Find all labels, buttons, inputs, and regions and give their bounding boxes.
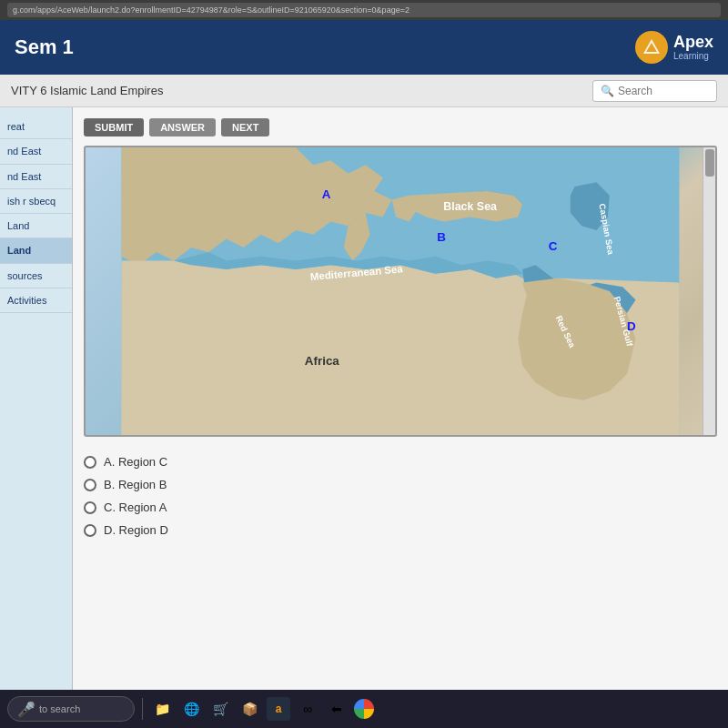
radio-b[interactable] — [84, 479, 96, 491]
apex-logo-text-block: Apex Learning — [673, 34, 713, 62]
sidebar-item-6[interactable]: sources — [0, 264, 72, 288]
taskbar-edge-icon[interactable]: 🌐 — [179, 697, 203, 721]
apex-name: Apex — [673, 33, 713, 51]
content-panel: SUBMIT ANSWER NEXT — [73, 107, 728, 693]
taskbar-search-text: to search — [39, 703, 80, 714]
answer-b-label: B. Region B — [104, 478, 167, 491]
sidebar-item-0[interactable]: reat — [0, 115, 72, 139]
taskbar-search[interactable]: 🎤 to search — [7, 696, 135, 722]
app-title: Sem 1 — [15, 35, 74, 59]
sidebar-item-7[interactable]: Activities — [0, 288, 72, 313]
taskbar-arrow-icon[interactable]: ⬅ — [325, 697, 349, 721]
taskbar-infinity-icon[interactable]: ∞ — [296, 697, 319, 721]
region-a-label: A — [322, 187, 331, 201]
next-button[interactable]: NEXT — [221, 118, 269, 136]
sidebar-item-2[interactable]: nd East — [0, 165, 72, 189]
main-content: reat nd East nd East ish r sbecq Land La… — [0, 107, 728, 693]
sidebar-item-3[interactable]: ish r sbecq — [0, 189, 72, 214]
activity-bar: VITY 6 Islamic Land Empires 🔍 — [0, 75, 728, 107]
search-input[interactable] — [618, 85, 709, 97]
africa-label: Africa — [305, 354, 340, 368]
answer-button[interactable]: ANSWER — [149, 118, 216, 136]
radio-a[interactable] — [84, 456, 96, 469]
app-header: Sem 1 Apex Learning — [0, 20, 728, 75]
sidebar-item-4[interactable]: Land — [0, 214, 72, 238]
scrollbar-thumb — [705, 149, 714, 177]
apex-logo-icon — [635, 31, 668, 64]
region-b-label: B — [437, 230, 446, 244]
answer-choices: A. Region C B. Region B C. Region A D. R… — [84, 451, 717, 541]
answer-d-label: D. Region D — [104, 523, 168, 537]
submit-button[interactable]: SUBMIT — [84, 118, 144, 136]
map-scrollbar[interactable] — [703, 147, 715, 435]
black-sea-label: Black Sea — [443, 200, 497, 213]
answer-c-label: C. Region A — [104, 500, 167, 514]
answer-a-label: A. Region C — [104, 455, 167, 469]
url-text: g.com/apps/AceWeb/launch2.do?enrollmentI… — [13, 5, 410, 15]
address-bar[interactable]: g.com/apps/AceWeb/launch2.do?enrollmentI… — [7, 3, 721, 17]
radio-d[interactable] — [84, 524, 96, 537]
taskbar-chrome-icon[interactable] — [354, 699, 374, 719]
answer-choice-b[interactable]: B. Region B — [84, 478, 717, 491]
answer-choice-d[interactable]: D. Region D — [84, 523, 717, 537]
region-c-label: C — [549, 239, 558, 253]
browser-chrome: g.com/apps/AceWeb/launch2.do?enrollmentI… — [0, 0, 728, 20]
action-buttons: SUBMIT ANSWER NEXT — [84, 118, 717, 136]
taskbar-dropbox-icon[interactable]: 📦 — [238, 697, 261, 721]
taskbar-amazon-icon[interactable]: a — [267, 697, 290, 721]
apex-logo: Apex Learning — [635, 31, 713, 64]
taskbar-divider — [142, 698, 143, 720]
taskbar-files-icon[interactable]: 📁 — [150, 697, 174, 721]
activity-title: VITY 6 Islamic Land Empires — [11, 84, 163, 97]
search-icon: 🔍 — [601, 85, 614, 97]
taskbar-store-icon[interactable]: 🛒 — [208, 697, 232, 721]
map-container: Black Sea Mediterranean Sea Africa Caspi… — [84, 146, 717, 437]
taskbar: 🎤 to search 📁 🌐 🛒 📦 a ∞ ⬅ — [0, 690, 728, 728]
map-svg: Black Sea Mediterranean Sea Africa Caspi… — [86, 147, 715, 435]
taskbar-mic-icon: 🎤 — [17, 701, 35, 718]
search-box[interactable]: 🔍 — [592, 80, 717, 102]
apex-sub: Learning — [673, 51, 713, 61]
sidebar-item-1[interactable]: nd East — [0, 139, 72, 164]
radio-c[interactable] — [84, 501, 96, 514]
region-d-label: D — [627, 319, 636, 333]
sidebar: reat nd East nd East ish r sbecq Land La… — [0, 107, 73, 693]
answer-choice-a[interactable]: A. Region C — [84, 455, 717, 469]
sidebar-item-5[interactable]: Land — [0, 238, 72, 263]
answer-choice-c[interactable]: C. Region A — [84, 500, 717, 514]
